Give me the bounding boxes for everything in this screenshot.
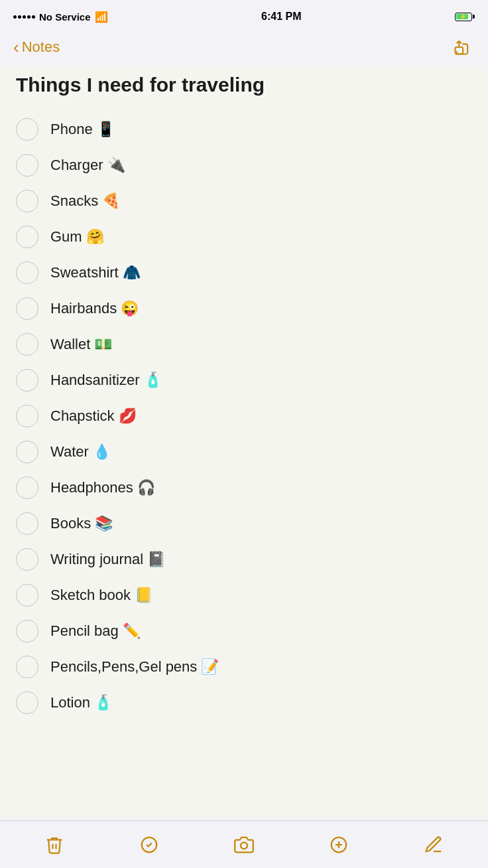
checkbox[interactable] — [16, 512, 38, 535]
checkbox[interactable] — [16, 656, 38, 678]
list-item: Wallet 💵 — [16, 326, 472, 362]
item-label: Sketch book 📒 — [50, 586, 152, 605]
list-item: Chapstick 💋 — [16, 398, 472, 434]
item-label: Wallet 💵 — [50, 335, 112, 354]
item-label: Charger 🔌 — [50, 156, 125, 175]
checkbox[interactable] — [16, 548, 38, 571]
list-item: Lotion 🧴 — [16, 685, 472, 721]
item-label: Snacks 🍕 — [50, 192, 120, 211]
chevron-left-icon: ‹ — [13, 38, 19, 56]
list-item: Pencil bag ✏️ — [16, 613, 472, 649]
item-label: Pencil bag ✏️ — [50, 622, 141, 641]
markup-button[interactable] — [322, 828, 355, 861]
list-item: Handsanitizer 🧴 — [16, 362, 472, 398]
list-item: Water 💧 — [16, 434, 472, 470]
item-label: Handsanitizer 🧴 — [50, 371, 162, 390]
checkbox[interactable] — [16, 405, 38, 427]
list-item: Hairbands 😜 — [16, 291, 472, 326]
list-item: Headphones 🎧 — [16, 470, 472, 506]
checkbox[interactable] — [16, 226, 38, 248]
checkbox[interactable] — [16, 369, 38, 392]
item-label: Water 💧 — [50, 443, 111, 462]
status-left: No Service 📶 — [13, 11, 108, 23]
list-item: Books 📚 — [16, 506, 472, 542]
item-label: Lotion 🧴 — [50, 693, 112, 713]
status-bar: No Service 📶 6:41 PM ⚡ — [0, 0, 488, 31]
list-item: Pencils,Pens,Gel pens 📝 — [16, 649, 472, 685]
item-label: Writing journal 📓 — [50, 550, 165, 569]
check-button[interactable] — [133, 828, 166, 861]
checkbox[interactable] — [16, 261, 38, 284]
camera-button[interactable] — [227, 828, 261, 861]
checkbox[interactable] — [16, 691, 38, 714]
item-label: Books 📚 — [50, 514, 113, 534]
nav-bar: ‹ Notes — [0, 31, 488, 66]
item-label: Pencils,Pens,Gel pens 📝 — [50, 658, 219, 677]
list-item: Gum 🤗 — [16, 219, 472, 255]
signal-dots — [13, 15, 35, 19]
checkbox[interactable] — [16, 620, 38, 642]
svg-point-2 — [241, 842, 247, 849]
list-item: Sketch book 📒 — [16, 577, 472, 613]
item-label: Sweatshirt 🧥 — [50, 263, 141, 283]
list-item: Phone 📱 — [16, 111, 472, 147]
wifi-icon: 📶 — [95, 11, 108, 23]
item-label: Phone 📱 — [50, 120, 115, 139]
checkbox[interactable] — [16, 190, 38, 212]
carrier-label: No Service — [39, 11, 91, 23]
checkbox[interactable] — [16, 476, 38, 499]
list-item: Charger 🔌 — [16, 147, 472, 183]
item-label: Chapstick 💋 — [50, 407, 137, 426]
delete-button[interactable] — [38, 828, 71, 861]
bottom-toolbar — [0, 820, 488, 868]
checkbox[interactable] — [16, 441, 38, 463]
list-item: Sweatshirt 🧥 — [16, 255, 472, 291]
checkbox[interactable] — [16, 584, 38, 607]
checkbox[interactable] — [16, 118, 38, 141]
list-item: Writing journal 📓 — [16, 542, 472, 577]
page-title: Things I need for traveling — [16, 73, 472, 97]
share-button[interactable] — [450, 35, 475, 60]
item-label: Hairbands 😜 — [50, 299, 139, 319]
item-label: Gum 🤗 — [50, 228, 104, 247]
checkbox[interactable] — [16, 297, 38, 320]
back-button[interactable]: ‹ Notes — [13, 38, 60, 56]
edit-button[interactable] — [417, 828, 450, 861]
list-item: Snacks 🍕 — [16, 183, 472, 219]
item-label: Headphones 🎧 — [50, 478, 155, 498]
checklist: Phone 📱Charger 🔌Snacks 🍕Gum 🤗Sweatshirt … — [16, 111, 472, 721]
back-label: Notes — [22, 38, 60, 56]
checkbox[interactable] — [16, 333, 38, 356]
status-right: ⚡ — [455, 13, 475, 21]
content-area: Things I need for traveling Phone 📱Charg… — [0, 66, 488, 818]
checkbox[interactable] — [16, 154, 38, 177]
status-time: 6:41 PM — [261, 11, 301, 23]
battery-bolt: ⚡ — [459, 13, 467, 20]
battery-icon: ⚡ — [455, 13, 475, 21]
